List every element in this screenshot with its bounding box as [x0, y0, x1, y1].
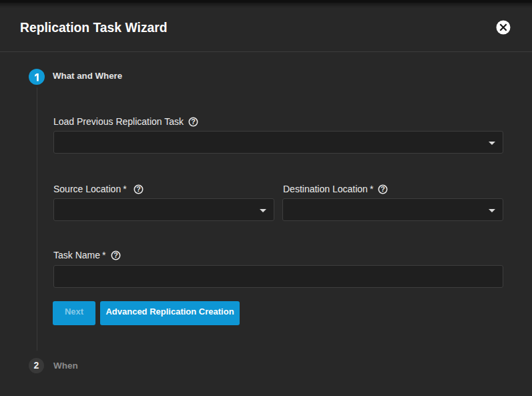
svg-text:?: ? [191, 118, 196, 126]
svg-text:?: ? [136, 185, 141, 193]
svg-text:?: ? [380, 185, 385, 193]
svg-text:?: ? [113, 251, 118, 259]
